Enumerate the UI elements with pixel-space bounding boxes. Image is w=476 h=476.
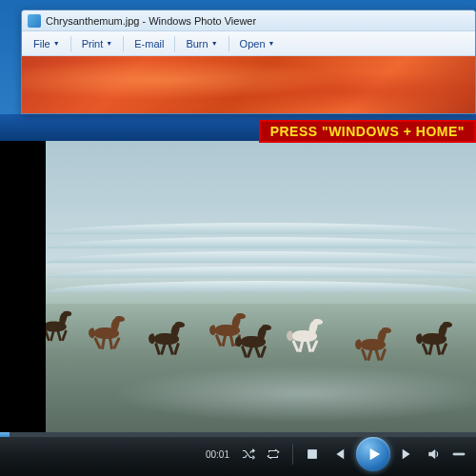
video-horse — [355, 327, 393, 362]
photo-viewer-window: Chrysanthemum.jpg - Windows Photo Viewer… — [21, 10, 476, 114]
video-area[interactable] — [46, 141, 476, 432]
separator — [70, 36, 71, 51]
svg-rect-0 — [308, 450, 317, 459]
volume-slider-handle[interactable] — [449, 445, 468, 464]
chevron-down-icon: ▼ — [53, 40, 60, 47]
titlebar[interactable]: Chrysanthemum.jpg - Windows Photo Viewer — [22, 10, 475, 31]
open-label: Open — [240, 38, 266, 50]
toolbar: File▼ Print▼ E-mail Burn▼ Open▼ — [22, 31, 475, 56]
photo-content-area — [22, 56, 475, 114]
open-menu[interactable]: Open▼ — [236, 36, 279, 51]
print-menu[interactable]: Print▼ — [78, 36, 117, 51]
next-button[interactable] — [396, 443, 419, 466]
print-label: Print — [82, 38, 104, 50]
play-button[interactable] — [356, 437, 390, 471]
seek-progress — [0, 432, 10, 437]
video-horse — [46, 311, 73, 342]
file-menu[interactable]: File▼ — [30, 36, 64, 51]
video-horse — [287, 319, 325, 353]
elapsed-time: 00:01 — [206, 449, 229, 460]
video-horse — [416, 322, 454, 356]
svg-rect-1 — [453, 453, 465, 455]
separator — [123, 36, 124, 51]
play-icon — [367, 447, 381, 461]
video-wave — [46, 267, 476, 278]
video-horse — [149, 322, 187, 356]
next-icon — [401, 447, 414, 461]
separator — [228, 36, 229, 51]
file-label: File — [33, 38, 50, 50]
previous-button[interactable] — [327, 443, 350, 466]
chevron-down-icon: ▼ — [268, 40, 275, 47]
video-horse — [235, 325, 273, 359]
volume-icon — [427, 447, 441, 461]
instruction-text: PRESS "WINDOWS + HOME" — [270, 124, 465, 139]
burn-label: Burn — [186, 38, 208, 50]
stop-icon — [306, 447, 319, 461]
chevron-down-icon: ▼ — [211, 40, 218, 47]
repeat-icon — [267, 447, 280, 461]
email-button[interactable]: E-mail — [130, 36, 168, 51]
window-title: Chrysanthemum.jpg - Windows Photo Viewer — [46, 15, 256, 27]
chevron-down-icon: ▼ — [106, 40, 112, 47]
player-controls: 00:01 — [0, 432, 476, 476]
burn-menu[interactable]: Burn▼ — [182, 36, 221, 51]
mute-button[interactable] — [425, 445, 444, 464]
app-icon — [28, 14, 41, 28]
control-icons — [239, 437, 468, 471]
video-wave — [46, 281, 476, 292]
stop-button[interactable] — [303, 445, 322, 464]
control-divider — [292, 444, 293, 465]
email-label: E-mail — [134, 38, 164, 50]
previous-icon — [332, 447, 346, 461]
slider-icon — [452, 447, 466, 461]
shuffle-button[interactable] — [239, 445, 258, 464]
media-player-window: 00:01 — [0, 141, 476, 476]
shuffle-icon — [242, 447, 255, 461]
instruction-overlay: PRESS "WINDOWS + HOME" — [259, 120, 476, 143]
repeat-button[interactable] — [264, 445, 283, 464]
video-horse — [89, 316, 127, 350]
seek-bar[interactable] — [0, 432, 476, 437]
separator — [174, 36, 175, 51]
